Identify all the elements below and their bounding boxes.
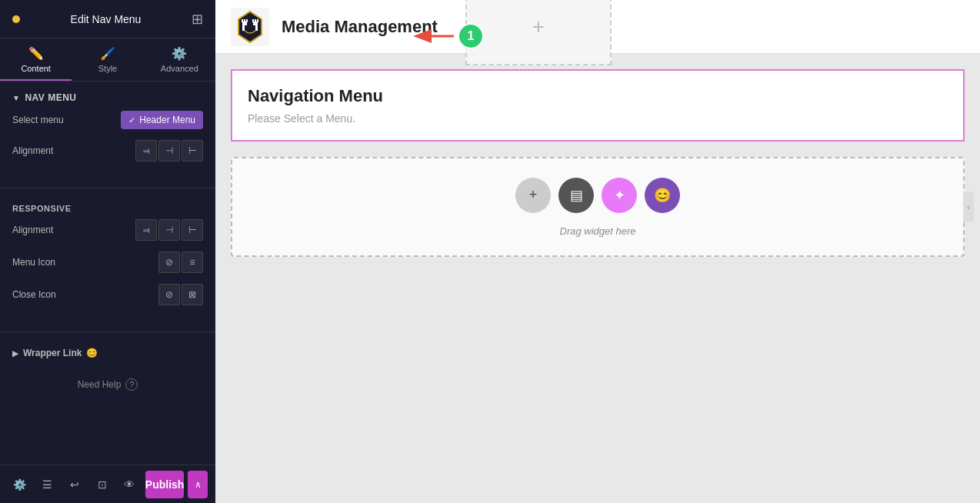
need-help-label: Need Help [78, 379, 122, 390]
svg-rect-5 [242, 19, 243, 22]
svg-rect-11 [245, 25, 247, 31]
menu-icon-on-btn[interactable]: ≡ [182, 252, 203, 273]
panel-content: ▼ Nav Menu Select menu ✓ Header Menu Ali… [0, 82, 215, 465]
wrapper-link-row[interactable]: ▶ Wrapper Link 😊 [0, 340, 215, 366]
history-icon-btn[interactable]: ↩ [63, 471, 87, 498]
menu-icon-row: Menu Icon ⊘ ≡ [12, 252, 203, 273]
resp-align-left[interactable]: ⫤ [135, 219, 157, 241]
publish-button[interactable]: Publish [145, 471, 185, 498]
check-icon: ✓ [128, 115, 135, 125]
align-center-btn[interactable]: ⊣ [158, 140, 180, 162]
svg-rect-6 [244, 19, 245, 22]
select-menu-button[interactable]: ✓ Header Menu [121, 111, 203, 129]
tab-advanced-label: Advanced [161, 64, 198, 73]
left-panel: Edit Nav Menu ⊞ ✏️ Content 🖌️ Style ⚙️ A… [0, 0, 215, 503]
divider-2 [0, 331, 215, 332]
tab-advanced[interactable]: ⚙️ Advanced [144, 38, 215, 81]
header-dot [12, 15, 20, 23]
bottom-bar: ⚙️ ☰ ↩ ⊡ 👁 Publish ∧ [0, 465, 215, 503]
menu-icon-pair: ⊘ ≡ [158, 252, 203, 273]
select-menu-value: Header Menu [139, 115, 195, 125]
panel-header: Edit Nav Menu ⊞ [0, 0, 215, 38]
nav-menu-widget: Navigation Menu Please Select a Menu. [231, 69, 965, 142]
grid-icon[interactable]: ⊞ [192, 11, 203, 28]
wrapper-link-emoji: 😊 [86, 348, 98, 358]
nav-widget-title: Navigation Menu [248, 86, 948, 106]
align-right-btn[interactable]: ⊢ [182, 140, 203, 162]
section-arrow: ▼ [12, 94, 20, 102]
tab-style[interactable]: 🖌️ Style [72, 38, 143, 81]
add-image-icon: + [532, 15, 545, 39]
resp-align-right[interactable]: ⊢ [182, 219, 203, 241]
layers-icon-btn[interactable]: ☰ [35, 471, 59, 498]
content-icon: ✏️ [28, 46, 44, 61]
advanced-icon: ⚙️ [172, 46, 187, 61]
drag-label: Drag widget here [560, 225, 636, 237]
smiley-icon[interactable]: 😊 [645, 178, 680, 213]
alignment-group: ⫤ ⊣ ⊢ [135, 140, 203, 162]
alignment-row: Alignment ⫤ ⊣ ⊢ [12, 140, 203, 162]
close-icon-x-btn[interactable]: ⊠ [182, 284, 203, 305]
close-icon-label: Close Icon [12, 289, 56, 300]
site-title: Media Management [282, 17, 438, 37]
responsive-label: Responsive [0, 196, 215, 219]
folder-icon[interactable]: ▤ [558, 178, 594, 213]
svg-rect-9 [255, 19, 256, 22]
responsive-icon-btn[interactable]: ⊡ [90, 471, 114, 498]
publish-chevron-btn[interactable]: ∧ [188, 471, 208, 498]
add-widget-icon[interactable]: + [515, 178, 551, 213]
drop-area[interactable]: + ▤ ✦ 😊 Drag widget here ‹ [231, 157, 965, 257]
svg-rect-8 [252, 19, 254, 22]
close-icon-pair: ⊘ ⊠ [158, 284, 203, 305]
menu-icon-label: Menu Icon [12, 257, 55, 268]
nav-menu-section-header[interactable]: ▼ Nav Menu [0, 82, 215, 111]
svg-rect-10 [257, 19, 258, 22]
resp-align-center[interactable]: ⊣ [158, 219, 180, 241]
close-icon-off-btn[interactable]: ⊘ [158, 284, 180, 305]
close-icon-row: Close Icon ⊘ ⊠ [12, 284, 203, 305]
need-help-row[interactable]: Need Help ? [0, 366, 215, 403]
tab-style-label: Style [98, 64, 117, 73]
preview-icon-btn[interactable]: 👁 [118, 471, 142, 498]
nav-widget-placeholder: Please Select a Menu. [248, 112, 948, 125]
svg-rect-12 [253, 25, 255, 31]
select-menu-label: Select menu [12, 115, 64, 125]
wrapper-arrow: ▶ [12, 349, 18, 358]
responsive-body: Alignment ⫤ ⊣ ⊢ Menu Icon ⊘ ≡ Close Icon [0, 219, 215, 324]
responsive-alignment-row: Alignment ⫤ ⊣ ⊢ [12, 219, 203, 241]
alignment-label: Alignment [12, 145, 53, 156]
drop-icons-row: + ▤ ✦ 😊 [515, 178, 680, 213]
main-area: Media Management + 1 Navig [215, 0, 980, 503]
section-body: Select menu ✓ Header Menu Alignment ⫤ ⊣ … [0, 111, 215, 180]
panel-title: Edit Nav Menu [71, 13, 142, 25]
responsive-alignment-label: Alignment [12, 225, 53, 235]
menu-icon-off-btn[interactable]: ⊘ [158, 252, 180, 273]
align-left-btn[interactable]: ⫤ [135, 140, 157, 162]
header-bar: Media Management + [215, 0, 980, 54]
sparkle-icon[interactable]: ✦ [602, 178, 637, 213]
divider-1 [0, 188, 215, 188]
tab-content[interactable]: ✏️ Content [0, 38, 72, 81]
tabs-row: ✏️ Content 🖌️ Style ⚙️ Advanced [0, 38, 215, 82]
settings-icon-btn[interactable]: ⚙️ [8, 471, 32, 498]
tab-content-label: Content [21, 64, 51, 73]
responsive-alignment-group: ⫤ ⊣ ⊢ [135, 219, 203, 241]
help-icon: ? [125, 378, 138, 391]
style-icon: 🖌️ [100, 46, 115, 61]
canvas-area: 1 Navigation Menu Please Select a Menu. … [215, 54, 980, 503]
wrapper-link-label: Wrapper Link [23, 348, 82, 358]
select-menu-row: Select menu ✓ Header Menu [12, 111, 203, 129]
svg-rect-7 [246, 19, 248, 22]
nav-menu-label: Nav Menu [25, 92, 76, 103]
logo [231, 8, 269, 46]
collapse-handle[interactable]: ‹ [963, 192, 974, 222]
